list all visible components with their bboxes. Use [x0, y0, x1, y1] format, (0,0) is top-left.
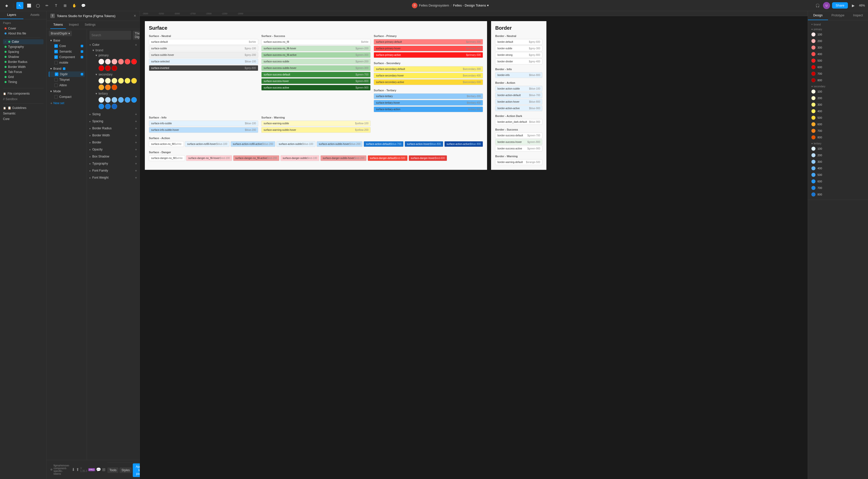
search-input[interactable] — [90, 31, 131, 40]
tokens-tab-settings[interactable]: Settings — [82, 21, 99, 29]
share-button[interactable]: Share — [832, 2, 848, 8]
font-weight-header[interactable]: ▸ Font Weight + — [90, 175, 137, 181]
primary-color-700[interactable]: 700 — [811, 71, 865, 77]
tertiary-header[interactable]: ▾ tertiary — [96, 91, 137, 96]
pen-tool[interactable]: ✏ — [43, 2, 51, 9]
page-tab-focus[interactable]: Tab Focus — [3, 69, 43, 74]
secondary-color-300[interactable]: 300 — [811, 102, 865, 108]
checkbox-core[interactable] — [54, 44, 58, 48]
set-item-core[interactable]: Core — [49, 43, 85, 49]
comment-tool[interactable]: 💬 — [80, 2, 87, 9]
checkbox-compact[interactable] — [54, 95, 58, 99]
secondary-color-100[interactable]: 100 — [811, 89, 865, 94]
secondary-color-400[interactable]: 400 — [811, 109, 865, 114]
tertiary-swatch-2[interactable] — [105, 97, 111, 102]
font-weight-add-btn[interactable]: + — [135, 176, 137, 180]
box-shadow-add-btn[interactable]: + — [135, 154, 137, 158]
set-item-component[interactable]: Component — [49, 54, 85, 60]
select-tool[interactable]: ↖ — [17, 2, 23, 9]
tertiary-color-500[interactable]: 500 — [811, 172, 865, 178]
dir-select[interactable]: Brand/Digdir ▾ — [49, 31, 72, 36]
primary-color-800[interactable]: 800 — [811, 78, 865, 83]
secondary-subsection-label[interactable]: ▾ secondary — [811, 85, 865, 88]
primary-header[interactable]: ▾ primary — [96, 53, 137, 58]
set-item-altinn[interactable]: Altinn — [49, 83, 85, 88]
tertiary-color-100[interactable]: 100 — [811, 146, 865, 151]
tertiary-swatch-7[interactable] — [99, 103, 104, 109]
primary-swatch-6[interactable] — [131, 59, 137, 64]
font-family-header[interactable]: ▸ Font Family + — [90, 168, 137, 174]
spacing-header[interactable]: ▸ Spacing + — [90, 118, 137, 124]
discord-icon[interactable]: ⊞ — [102, 467, 105, 472]
set-item-semantic[interactable]: Semantic — [49, 49, 85, 54]
layer-core[interactable]: Core — [0, 116, 46, 122]
primary-color-200[interactable]: 200 — [811, 38, 865, 44]
secondary-swatch-8[interactable] — [105, 85, 111, 90]
secondary-swatch-5[interactable] — [125, 78, 130, 84]
primary-swatch-8[interactable] — [105, 65, 111, 71]
tools-button[interactable]: Tools — [107, 468, 118, 473]
download-icon[interactable]: ⬇ — [72, 467, 75, 472]
page-typography[interactable]: Typography — [3, 44, 43, 49]
layer-guidelines[interactable]: 📋 📋 Guidelines — [0, 105, 46, 111]
secondary-color-500[interactable]: 500 — [811, 115, 865, 120]
tab-assets[interactable]: Assets — [23, 11, 47, 19]
sizing-header[interactable]: ▸ Sizing + — [90, 111, 137, 117]
secondary-swatch-6[interactable] — [131, 78, 137, 84]
tertiary-color-600[interactable]: 600 — [811, 179, 865, 184]
secondary-color-200[interactable]: 200 — [811, 95, 865, 101]
border-width-header[interactable]: ▸ Border Width + — [90, 132, 137, 138]
tokens-tab-inspect[interactable]: Inspect — [66, 21, 82, 29]
border-add-btn[interactable]: + — [135, 140, 137, 144]
tertiary-swatch-4[interactable] — [118, 97, 124, 102]
typography-add-btn[interactable]: + — [135, 161, 137, 166]
checkbox-digdir[interactable] — [55, 72, 58, 76]
layer-semantic[interactable]: Semantic — [0, 111, 46, 116]
page-shadow[interactable]: Shadow — [3, 54, 43, 59]
primary-subsection-label[interactable]: ▾ primary — [811, 28, 865, 31]
component-tool[interactable]: ⊞ — [62, 2, 69, 9]
set-item-tilsynet[interactable]: Tilsynet — [49, 77, 85, 83]
page-grid[interactable]: Grid — [3, 74, 43, 80]
primary-swatch-1[interactable] — [99, 59, 104, 64]
opacity-add-btn[interactable]: + — [135, 147, 137, 151]
primary-color-300[interactable]: 300 — [811, 45, 865, 50]
theme-select[interactable]: Theme: Digdir ▾ — [133, 31, 140, 40]
tab-layers[interactable]: Layers — [0, 11, 23, 19]
new-set-label[interactable]: New set — [53, 101, 64, 105]
chat-icon[interactable]: 💬 — [96, 467, 101, 472]
primary-color-400[interactable]: 400 — [811, 51, 865, 57]
set-group-mode-header[interactable]: ▾ Mode — [49, 89, 85, 94]
border-width-add-btn[interactable]: + — [135, 133, 137, 137]
right-tab-prototype[interactable]: Prototype — [828, 11, 848, 20]
text-tool[interactable]: T — [53, 2, 60, 9]
page-border-width[interactable]: Border Width — [3, 64, 43, 69]
tertiary-swatch-3[interactable] — [112, 97, 117, 102]
primary-swatch-7[interactable] — [99, 65, 104, 71]
right-tab-inspect[interactable]: Inspect — [848, 11, 868, 20]
tertiary-color-700[interactable]: 700 — [811, 185, 865, 191]
token-group-color-header[interactable]: ▾ Color + — [90, 42, 137, 48]
secondary-color-700[interactable]: 700 — [811, 128, 865, 133]
tertiary-swatch-9[interactable] — [112, 103, 117, 109]
box-shadow-header[interactable]: ▸ Box Shadow + — [90, 153, 137, 159]
primary-color-500[interactable]: 500 — [811, 58, 865, 63]
page-cover[interactable]: Cover — [3, 26, 43, 31]
new-set-row[interactable]: + New set — [49, 100, 85, 106]
tokens-tab-tokens[interactable]: Tokens — [50, 21, 66, 29]
tertiary-swatch-1[interactable] — [99, 97, 104, 102]
page-color[interactable]: ✓ Color — [3, 39, 43, 44]
secondary-swatch-1[interactable] — [99, 78, 104, 84]
page-spacing[interactable]: Spacing — [3, 49, 43, 54]
set-group-base-header[interactable]: ▾ Base — [49, 38, 85, 43]
secondary-header[interactable]: ▾ secondary — [96, 72, 137, 77]
primary-swatch-2[interactable] — [105, 59, 111, 64]
current-page-name[interactable]: Felles - Design Tokens ▾ — [453, 3, 489, 7]
tokens-close-button[interactable]: × — [134, 13, 136, 18]
page-timing[interactable]: Timing — [3, 80, 43, 85]
tertiary-color-200[interactable]: 200 — [811, 152, 865, 158]
font-family-add-btn[interactable]: + — [135, 169, 137, 173]
primary-swatch-3[interactable] — [112, 59, 117, 64]
zoom-level[interactable]: 46% — [859, 4, 865, 7]
primary-swatch-9[interactable] — [112, 65, 117, 71]
